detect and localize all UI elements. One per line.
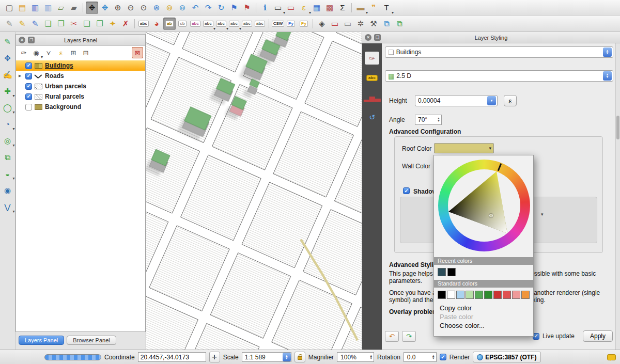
label-show-hide[interactable]: abc [215, 18, 227, 30]
renderer-combo[interactable]: ▦ 2.5 D ▲▼ [385, 70, 613, 82]
height-combo[interactable]: 0.00004 ▼ [415, 95, 498, 106]
remove-layer[interactable]: ⊠ [132, 47, 143, 58]
filter-legend[interactable]: ⋎ [43, 47, 54, 58]
python-console[interactable]: Py [285, 18, 297, 30]
dock-tab[interactable]: Browser Panel [67, 336, 116, 345]
color-swatch[interactable] [493, 291, 502, 299]
identify-features[interactable]: ℹ [259, 2, 271, 14]
topology-checker[interactable]: ✲ [354, 18, 367, 30]
magnifier-spinbox[interactable]: 100% ▲▼ [337, 352, 374, 362]
select-features[interactable]: ▭ [272, 2, 284, 14]
color-swatch[interactable] [447, 291, 455, 299]
statistical-summary[interactable]: Σ [336, 2, 349, 14]
layer-selector-combo[interactable]: ❏ Buildings ▲▼ [385, 46, 613, 58]
open-layer-styling[interactable]: ✑ [18, 47, 29, 58]
layer-item[interactable]: ▶ Urban parcels [16, 81, 145, 91]
rotation-spinbox[interactable]: 0.0 ▲▼ [404, 352, 437, 362]
move-feature[interactable]: ✥ [2, 52, 14, 64]
pan-to-selection[interactable]: ✥ [99, 2, 111, 14]
select-by-expression[interactable]: ε [298, 2, 310, 14]
save-project[interactable]: ▥ [29, 2, 41, 14]
add-ring[interactable]: ◒ [2, 167, 14, 180]
select-by-rectangle[interactable]: ▭ [329, 18, 341, 30]
render-checkbox[interactable] [440, 354, 446, 360]
open-project[interactable]: ▤ [16, 2, 28, 14]
zoom-in[interactable]: ⊕ [112, 2, 124, 14]
scrollbar-thumb[interactable] [616, 116, 619, 139]
measure[interactable]: ▬ [354, 2, 367, 14]
coordinate-input[interactable] [138, 352, 206, 362]
apply-button[interactable]: Apply [583, 330, 613, 342]
color-swatch[interactable] [466, 291, 474, 299]
deselect-features[interactable]: ▭ [285, 2, 297, 14]
labeling-options[interactable]: abc [137, 18, 150, 30]
close-panel-icon[interactable]: ✕ [19, 37, 25, 43]
paste-style[interactable]: ❐ [55, 18, 67, 30]
collapse-all[interactable]: ⊟ [80, 47, 91, 58]
zoom-native[interactable]: ⊙ [137, 2, 150, 14]
menu-item[interactable]: Paste color [434, 312, 533, 321]
new-project[interactable]: ▢ [3, 2, 16, 14]
crs-status-button[interactable]: EPSG:3857 (OTF) [473, 352, 540, 362]
vertex-tool[interactable]: ⋁ [2, 200, 14, 213]
color-swatch[interactable] [456, 291, 464, 299]
layer-diagram-options[interactable]: ◕ [150, 18, 163, 30]
text-annotation[interactable]: T [380, 2, 393, 14]
zoom-to-selection[interactable]: ⊚ [163, 2, 176, 14]
copy-style[interactable]: ❏ [42, 18, 54, 30]
menu-item[interactable]: Copy color [434, 304, 533, 312]
layer-visibility-checkbox[interactable] [25, 83, 32, 90]
color-swatch[interactable] [438, 291, 446, 299]
toggle-editing[interactable]: ✎ [16, 18, 28, 30]
mouse-position-toggle[interactable]: ✛ [209, 352, 220, 362]
filter-by-expression[interactable]: ε [55, 47, 67, 58]
map-canvas[interactable] [146, 32, 362, 350]
label-cb[interactable]: cb [176, 18, 189, 30]
add-annulus[interactable]: ◎ [2, 134, 14, 147]
color-swatch[interactable] [512, 291, 520, 299]
color-swatch[interactable] [438, 268, 446, 276]
color-swatch[interactable] [503, 291, 511, 299]
combo-arrows-icon[interactable]: ▲▼ [603, 48, 612, 57]
refresh-map[interactable]: ↻ [215, 2, 227, 14]
processing-tools[interactable]: ⚒ [367, 18, 380, 30]
new-print-composer[interactable]: ▱ [55, 2, 67, 14]
scale-combo[interactable]: 1:1 589 ▲▼ [242, 352, 291, 362]
csw-search[interactable]: CSW [272, 18, 284, 30]
layer-visibility-checkbox[interactable] [25, 73, 32, 80]
labels-tab[interactable]: abc [365, 71, 379, 84]
label-highlight[interactable]: abc [189, 18, 202, 30]
label-pin-unpin[interactable]: abc [202, 18, 214, 30]
scrollbar[interactable] [615, 43, 620, 350]
add-circle[interactable]: ◯ [2, 101, 14, 114]
extent-tool[interactable]: ▭ [342, 18, 354, 30]
manage-map-themes[interactable]: ◉ [30, 47, 42, 58]
layer-item[interactable]: ▶ Background [16, 102, 145, 112]
messages-icon[interactable] [607, 354, 616, 360]
composer-manager[interactable]: ▰ [68, 2, 80, 14]
new-bookmark[interactable]: ⚑ [228, 2, 240, 14]
label-pinned[interactable]: ab [163, 18, 176, 30]
scale-lock-button[interactable] [295, 352, 305, 362]
expand-all[interactable]: ⊞ [68, 47, 79, 58]
label-properties[interactable]: abc [254, 18, 266, 30]
stepper-arrows-icon[interactable]: ▲▼ [429, 355, 435, 360]
copy-features[interactable]: ❏ [81, 18, 93, 30]
current-edits[interactable]: ✎ [3, 18, 16, 30]
open-attribute-table[interactable]: ▦ [311, 2, 323, 14]
data-defined-override-button[interactable]: ε [504, 95, 517, 106]
history-tab[interactable]: ↺ [365, 110, 379, 123]
float-panel-icon[interactable]: ❐ [28, 37, 35, 43]
stepper-arrows-icon[interactable]: ▲▼ [435, 117, 440, 122]
combo-arrows-icon[interactable]: ▲▼ [603, 71, 612, 81]
undo-style-button[interactable]: ↶ [385, 331, 399, 342]
color-swatch[interactable] [447, 268, 456, 276]
color-selector-knob[interactable] [489, 214, 493, 217]
color-swatch[interactable] [521, 291, 530, 299]
layer-visibility-checkbox[interactable] [25, 104, 32, 110]
save-project-as[interactable]: ▥ [42, 2, 54, 14]
save-layer-edits[interactable]: ✎ [29, 18, 41, 30]
fill-ring[interactable]: ◉ [2, 184, 14, 196]
zoom-full[interactable]: ⊛ [150, 2, 163, 14]
label-move[interactable]: abc [228, 18, 240, 30]
